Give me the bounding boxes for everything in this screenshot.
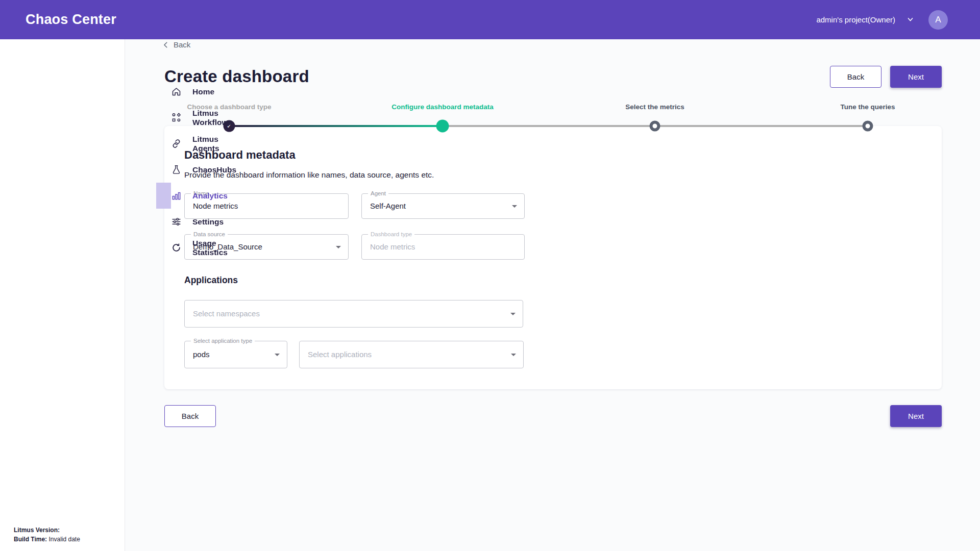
sidebar-item-label: Usage Statistics — [192, 239, 228, 257]
application-type-select[interactable]: Select application type pods — [184, 341, 287, 368]
dashboard-type-input — [362, 235, 524, 259]
sidebar-item-label: Settings — [192, 217, 224, 227]
stepper-labels: Choose a dashboard typeConfigure dashboa… — [164, 103, 942, 111]
dashboard-type-field-label: Dashboard type — [368, 231, 414, 238]
sidebar-item-label: Litmus Agents — [192, 135, 219, 153]
workflows-icon — [171, 112, 182, 123]
sidebar-footer: Litmus Version: Build Time: Invalid date — [14, 525, 80, 544]
chevron-down-icon — [906, 16, 914, 23]
application-type-select-label: Select application type — [191, 338, 255, 344]
dashboard-type-field: Dashboard type — [361, 234, 525, 260]
sidebar: HomeLitmus WorkflowsLitmus AgentsChaosHu… — [0, 39, 125, 551]
sidebar-item-chaoshubs[interactable]: ChaosHubs — [156, 157, 171, 183]
app-title: Chaos Center — [26, 12, 116, 28]
back-button-top[interactable]: Back — [830, 66, 881, 88]
project-label: admin's project(Owner) — [816, 15, 895, 24]
step-indicator-select-the-metrics — [650, 120, 660, 131]
applications-input[interactable] — [300, 341, 523, 368]
step-label-tune-the-queries: Tune the queries — [840, 103, 895, 111]
sidebar-item-label: Litmus Workflows — [192, 109, 232, 127]
next-button-top[interactable]: Next — [890, 66, 942, 88]
app-header: Chaos Center admin's project(Owner) A — [0, 0, 980, 39]
build-time-value: Invalid date — [48, 536, 80, 543]
sidebar-item-home[interactable]: Home — [156, 79, 171, 105]
agents-link-icon — [171, 138, 182, 149]
step-label-select-the-metrics: Select the metrics — [625, 103, 684, 111]
sidebar-item-litmus-workflows[interactable]: Litmus Workflows — [156, 105, 171, 131]
build-time-label: Build Time: — [14, 536, 47, 543]
applications-select — [299, 341, 524, 368]
section-description: Provide the dashboard information like n… — [184, 170, 922, 180]
agent-select-label: Agent — [368, 190, 388, 197]
step-indicator-tune-the-queries — [863, 120, 873, 131]
home-icon — [171, 86, 182, 97]
namespaces-select — [184, 300, 523, 328]
agent-select-value: Self-Agent — [362, 194, 524, 218]
data-source-select-label: Data source — [191, 231, 228, 238]
sidebar-item-label: ChaosHubs — [192, 165, 236, 174]
step-label-configure-dashboard-metadata: Configure dashboard metadata — [391, 103, 494, 111]
sidebar-item-usage-statistics[interactable]: Usage Statistics — [156, 235, 171, 261]
sidebar-item-litmus-agents[interactable]: Litmus Agents — [156, 131, 171, 157]
avatar[interactable]: A — [928, 10, 948, 30]
step-indicator-configure-dashboard-metadata — [436, 119, 449, 132]
sidebar-item-analytics[interactable]: Analytics — [156, 183, 171, 209]
main-content: Analytics/Dashboard/Create Back Create d… — [125, 0, 980, 512]
usage-refresh-icon — [171, 242, 182, 253]
flask-icon — [171, 164, 182, 175]
namespaces-input[interactable] — [185, 300, 523, 327]
application-type-select-value: pods — [185, 341, 287, 368]
version-label: Litmus Version: — [14, 527, 60, 534]
applications-section-title: Applications — [184, 275, 922, 286]
sidebar-item-settings[interactable]: Settings — [156, 209, 171, 235]
project-selector[interactable]: admin's project(Owner) — [816, 15, 914, 24]
settings-sliders-icon — [171, 216, 182, 227]
sidebar-item-label: Analytics — [192, 191, 228, 201]
stepper-line-progress — [229, 125, 443, 127]
sidebar-item-label: Home — [192, 87, 214, 96]
next-button-bottom[interactable]: Next — [890, 405, 942, 427]
analytics-chart-icon — [171, 190, 182, 201]
dashboard-metadata-card: Dashboard metadata Provide the dashboard… — [164, 126, 942, 389]
section-title: Dashboard metadata — [184, 148, 922, 162]
agent-select[interactable]: Agent Self-Agent — [361, 193, 525, 219]
